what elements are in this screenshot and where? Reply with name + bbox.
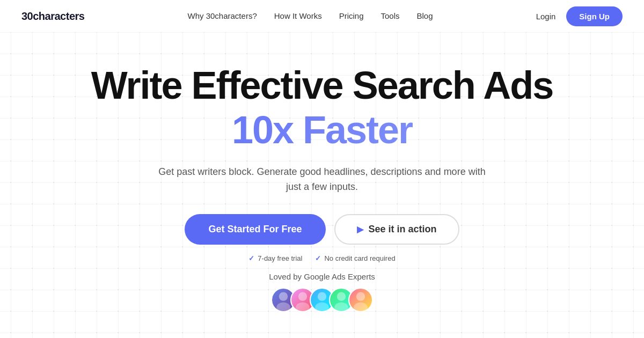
nav-why[interactable]: Why 30characters? [188, 11, 257, 20]
trust-label-1: 7-day free trial [258, 254, 302, 262]
get-started-button[interactable]: Get Started For Free [185, 214, 325, 245]
svg-point-3 [296, 303, 310, 311]
play-icon: ▶ [357, 224, 363, 234]
check-icon-1: ✓ [248, 254, 254, 262]
svg-point-9 [354, 303, 368, 311]
social-proof-text: Loved by Google Ads Experts [269, 272, 375, 281]
trust-item-card: ✓ No credit card required [315, 254, 395, 262]
cta-row: Get Started For Free ▶ See it in action [185, 214, 459, 245]
avatar-5 [348, 288, 373, 312]
brand-logo[interactable]: 30characters [21, 10, 84, 23]
hero-section: Write Effective Search Ads 10x Faster Ge… [0, 32, 644, 312]
svg-point-1 [276, 303, 290, 311]
see-in-action-label: See it in action [369, 224, 437, 235]
nav-blog[interactable]: Blog [417, 11, 433, 20]
svg-point-2 [298, 292, 307, 301]
trust-label-2: No credit card required [324, 254, 395, 262]
hero-title-line1: Write Effective Search Ads [91, 64, 553, 107]
hero-title-wrapper: Write Effective Search Ads 10x Faster [91, 64, 553, 153]
check-icon-2: ✓ [315, 254, 321, 262]
see-in-action-button[interactable]: ▶ See it in action [334, 214, 459, 245]
svg-point-8 [356, 292, 365, 301]
svg-point-6 [337, 292, 346, 301]
hero-title-line2: 10x Faster [91, 107, 553, 153]
nav-tools[interactable]: Tools [381, 11, 400, 20]
login-button[interactable]: Login [536, 12, 556, 21]
signup-button[interactable]: Sign Up [566, 6, 623, 26]
svg-point-7 [334, 303, 348, 311]
social-proof: Loved by Google Ads Experts [269, 272, 375, 312]
nav-pricing[interactable]: Pricing [339, 11, 364, 20]
trust-item-trial: ✓ 7-day free trial [248, 254, 302, 262]
hero-subtitle: Get past writers block. Generate good he… [156, 164, 488, 195]
navbar-actions: Login Sign Up [536, 6, 623, 26]
nav-links: Why 30characters? How It Works Pricing T… [188, 11, 433, 21]
trust-row: ✓ 7-day free trial ✓ No credit card requ… [248, 254, 395, 262]
avatar-group [271, 288, 373, 312]
navbar: 30characters Why 30characters? How It Wo… [0, 0, 644, 32]
nav-how[interactable]: How It Works [274, 11, 322, 20]
svg-point-5 [315, 303, 329, 311]
svg-point-0 [279, 292, 288, 301]
page-wrapper: 30characters Why 30characters? How It Wo… [0, 0, 644, 338]
svg-point-4 [318, 292, 326, 301]
